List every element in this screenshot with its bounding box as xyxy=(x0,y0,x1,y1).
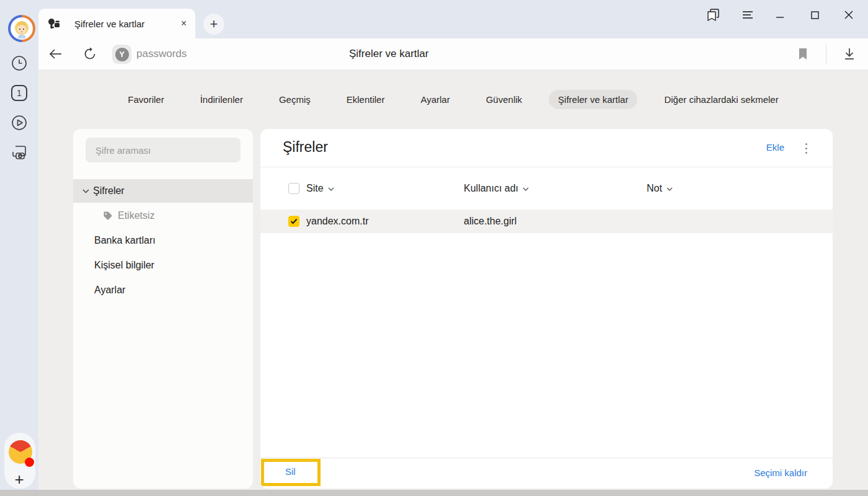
passwords-sidebar: Şifreler Etiketsiz Banka kartları Kişise… xyxy=(73,129,253,489)
address-bar[interactable]: passwords xyxy=(136,38,187,69)
sort-chevron-icon xyxy=(666,187,673,191)
panel-title: Şifreler xyxy=(283,139,328,156)
sidebar-rail: 1 + xyxy=(0,0,38,490)
sort-chevron-icon xyxy=(523,187,529,191)
passwords-panel: Şifreler Ekle Site Kullanıcı adı Not xyxy=(260,129,833,489)
chevron-down-icon xyxy=(82,189,89,193)
nav-sifreler-ve-kartlar[interactable]: Şifreler ve kartlar xyxy=(549,90,637,109)
yandex-y-icon: Y xyxy=(115,48,129,61)
toolbar-separator xyxy=(826,45,826,63)
notification-dot xyxy=(25,458,34,467)
sidebar-item-kisisel-bilgiler[interactable]: Kişisel bilgiler xyxy=(73,254,253,277)
nav-diger-cihazlar[interactable]: Diğer cihazlardaki sekmeler xyxy=(655,90,787,109)
password-search-input[interactable] xyxy=(86,138,241,162)
reload-icon[interactable] xyxy=(83,38,97,69)
column-username[interactable]: Kullanıcı adı xyxy=(464,167,529,210)
window-bottom-edge xyxy=(0,490,868,496)
nav-ayarlar[interactable]: Ayarlar xyxy=(411,90,459,109)
browser-window: 1 + Şifreler ve kartl xyxy=(0,0,868,496)
bookmark-icon[interactable] xyxy=(797,38,808,69)
nav-eklentiler[interactable]: Eklentiler xyxy=(337,90,394,109)
page-title: Şifreler ve kartlar xyxy=(349,38,428,69)
close-window-button[interactable] xyxy=(839,5,859,25)
side-panels-icon[interactable] xyxy=(703,5,723,25)
avatar-image xyxy=(11,17,33,40)
clear-selection-link[interactable]: Seçimi kaldır xyxy=(754,467,807,478)
tab-close-icon[interactable]: × xyxy=(181,18,187,29)
new-tab-button[interactable]: + xyxy=(203,14,224,35)
tab-count-label: 1 xyxy=(17,88,22,98)
url-text: passwords xyxy=(136,48,187,60)
panel-header: Şifreler Ekle xyxy=(260,129,833,167)
sort-chevron-icon xyxy=(328,187,334,191)
add-password-link[interactable]: Ekle xyxy=(766,142,784,153)
sidebar-item-banka-kartlari[interactable]: Banka kartları xyxy=(73,229,253,252)
sidebar-item-sifreler[interactable]: Şifreler xyxy=(73,179,253,203)
sidebar-item-ayarlar[interactable]: Ayarlar xyxy=(73,278,253,302)
browser-tab[interactable]: Şifreler ve kartlar × xyxy=(38,9,195,38)
tab-title: Şifreler ve kartlar xyxy=(74,19,181,29)
nav-indirilenler[interactable]: İndirilenler xyxy=(191,90,252,109)
row-checkbox-checked[interactable] xyxy=(288,216,299,227)
rail-add-button[interactable]: + xyxy=(0,470,38,489)
history-icon[interactable] xyxy=(0,54,38,73)
more-options-icon[interactable] xyxy=(800,140,812,156)
sidebar-item-etiketsiz[interactable]: Etiketsiz xyxy=(73,204,253,228)
menu-icon[interactable] xyxy=(738,5,758,25)
back-icon[interactable] xyxy=(48,38,63,69)
settings-nav: Favoriler İndirilenler Geçmiş Eklentiler… xyxy=(38,87,868,112)
plus-icon: + xyxy=(210,16,218,32)
nav-favoriler[interactable]: Favoriler xyxy=(118,90,173,109)
table-header: Site Kullanıcı adı Not xyxy=(260,167,833,210)
tag-icon xyxy=(103,211,113,221)
nav-guvenlik[interactable]: Güvenlik xyxy=(477,90,531,109)
panel-footer: Sil Seçimi kaldır xyxy=(260,458,833,489)
select-all-checkbox[interactable] xyxy=(288,183,299,194)
delete-button[interactable]: Sil xyxy=(285,466,296,477)
key-icon xyxy=(47,17,61,30)
nav-gecmis[interactable]: Geçmiş xyxy=(270,90,320,109)
user-avatar[interactable] xyxy=(8,15,35,42)
play-media-icon[interactable] xyxy=(0,113,38,132)
minimize-button[interactable] xyxy=(770,5,790,25)
site-badge[interactable]: Y xyxy=(112,45,131,64)
check-icon xyxy=(290,218,298,224)
column-site[interactable]: Site xyxy=(306,167,334,210)
password-row[interactable]: yandex.com.tr alice.the.girl xyxy=(260,210,833,233)
maximize-button[interactable] xyxy=(805,5,825,25)
downloads-icon[interactable] xyxy=(843,38,856,69)
screenshot-icon[interactable] xyxy=(0,143,38,161)
row-username: alice.the.girl xyxy=(464,210,516,233)
tab-counter[interactable]: 1 xyxy=(0,85,38,101)
row-site: yandex.com.tr xyxy=(306,210,368,233)
column-note[interactable]: Not xyxy=(647,167,673,210)
